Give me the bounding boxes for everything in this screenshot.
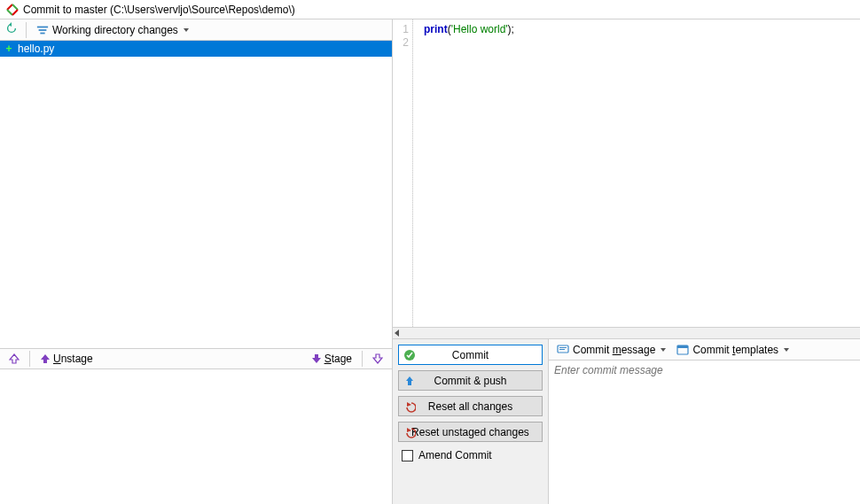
file-name: hello.py xyxy=(18,43,54,55)
collapse-handle[interactable] xyxy=(393,327,860,339)
titlebar: Commit to master (C:\Users\vervljo\Sourc… xyxy=(0,0,860,19)
amend-label: Amend Commit xyxy=(418,449,492,461)
commit-message-dropdown[interactable]: Commit message xyxy=(554,342,668,358)
right-panel: 1 2 print('Hello world'); Commit xyxy=(393,19,860,504)
chevron-down-icon xyxy=(784,348,789,352)
separator xyxy=(362,351,363,367)
svg-rect-1 xyxy=(39,29,47,31)
working-changes-label: Working directory changes xyxy=(52,24,178,36)
commit-message-label: Commit message xyxy=(573,344,655,356)
line-gutter: 1 2 xyxy=(393,19,412,327)
stage-toolbar: Unstage Stage xyxy=(0,348,392,369)
message-icon xyxy=(557,344,569,356)
stage-button[interactable]: Stage xyxy=(308,351,356,367)
working-changes-toolbar: Working directory changes xyxy=(0,19,392,41)
checkbox-icon xyxy=(402,450,413,461)
undo-icon xyxy=(403,400,416,413)
message-toolbar: Commit message Commit templates xyxy=(549,339,860,361)
chevron-left-icon xyxy=(395,330,399,337)
svg-rect-2 xyxy=(40,32,44,34)
unstage-button[interactable]: Unstage xyxy=(36,351,97,367)
separator xyxy=(29,351,30,367)
refresh-icon xyxy=(5,22,18,35)
unstage-all-button[interactable] xyxy=(5,352,23,366)
commit-panel: Commit Commit & push Reset all changes xyxy=(393,339,860,504)
line-number: 2 xyxy=(393,36,409,50)
reset-unstaged-button[interactable]: Reset unstaged changes xyxy=(398,422,543,442)
svg-rect-5 xyxy=(559,347,567,348)
file-item[interactable]: + hello.py xyxy=(0,41,392,57)
push-icon xyxy=(403,375,416,387)
stage-label: Stage xyxy=(324,353,352,365)
template-icon xyxy=(676,344,689,356)
commit-message-area: Commit message Commit templates xyxy=(549,339,860,504)
working-changes-dropdown[interactable]: Working directory changes xyxy=(33,22,192,38)
filter-icon xyxy=(36,24,49,36)
unstage-label: Unstage xyxy=(53,353,93,365)
svg-rect-6 xyxy=(559,349,565,350)
reset-all-button[interactable]: Reset all changes xyxy=(398,396,543,416)
commit-button[interactable]: Commit xyxy=(398,345,543,365)
svg-rect-0 xyxy=(37,26,48,27)
commit-templates-label: Commit templates xyxy=(692,344,778,356)
window-title: Commit to master (C:\Users\vervljo\Sourc… xyxy=(23,4,295,16)
unstaged-file-list[interactable]: + hello.py xyxy=(0,41,392,348)
commit-push-button[interactable]: Commit & push xyxy=(398,370,543,391)
reset-all-label: Reset all changes xyxy=(428,400,512,413)
undo-icon xyxy=(403,426,416,438)
left-panel: Working directory changes + hello.py xyxy=(0,19,393,504)
arrow-down-icon xyxy=(311,353,322,364)
commit-message-input[interactable] xyxy=(549,361,860,504)
amend-commit-checkbox[interactable]: Amend Commit xyxy=(398,447,543,463)
diff-viewer[interactable]: 1 2 print('Hello world'); xyxy=(393,19,860,327)
separator xyxy=(26,22,27,38)
commit-push-label: Commit & push xyxy=(434,375,506,387)
commit-buttons: Commit Commit & push Reset all changes xyxy=(393,339,549,504)
chevron-down-icon xyxy=(661,348,666,352)
refresh-button[interactable] xyxy=(4,20,20,39)
added-icon: + xyxy=(4,43,14,55)
arrow-down-outline-icon xyxy=(372,353,383,364)
line-number: 1 xyxy=(393,23,409,36)
chevron-down-icon xyxy=(184,28,189,32)
stage-all-button[interactable] xyxy=(369,352,387,366)
arrow-up-outline-icon xyxy=(9,353,20,364)
check-icon xyxy=(403,349,416,361)
commit-templates-dropdown[interactable]: Commit templates xyxy=(674,342,792,358)
commit-button-label: Commit xyxy=(452,349,489,361)
reset-unstaged-label: Reset unstaged changes xyxy=(411,426,529,438)
app-icon xyxy=(5,3,20,17)
code-content: print('Hello world'); xyxy=(413,19,860,327)
svg-rect-8 xyxy=(677,345,688,348)
staged-file-list[interactable] xyxy=(0,369,392,504)
arrow-up-icon xyxy=(40,353,51,364)
